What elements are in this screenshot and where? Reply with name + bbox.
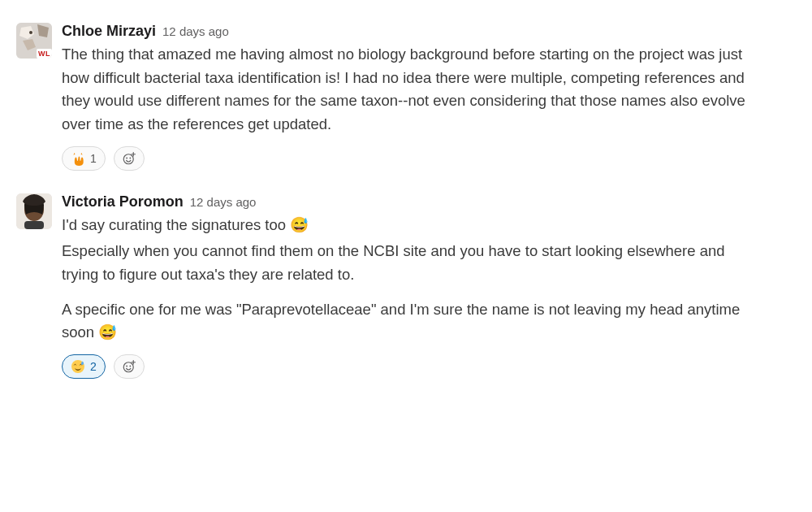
svg-rect-7 <box>24 221 44 229</box>
message-paragraph: Especially when you cannot find them on … <box>62 240 763 286</box>
reaction-count: 2 <box>90 360 97 373</box>
svg-point-4 <box>129 157 131 158</box>
author-name[interactable]: Chloe Mirzayi <box>62 23 156 40</box>
message-content: Chloe Mirzayi 12 days ago The thing that… <box>62 23 796 171</box>
avatar[interactable]: WL <box>16 23 52 59</box>
reaction-raised-hands[interactable]: 1 <box>62 146 106 171</box>
paragraph-text: I'd say curating the signatures too 😅 <box>62 216 309 233</box>
svg-point-10 <box>126 366 127 367</box>
add-reaction-icon <box>122 359 136 374</box>
reactions-bar: 2 <box>62 354 763 379</box>
svg-point-3 <box>126 157 127 158</box>
raised-hands-icon <box>71 151 85 166</box>
message-body: I'd say curating the signatures too 😅 Es… <box>62 214 763 345</box>
avatar-image <box>16 193 52 229</box>
message-paragraph: The thing that amazed me having almost n… <box>62 43 763 137</box>
reactions-bar: 1 <box>62 146 763 171</box>
avatar[interactable] <box>16 193 52 229</box>
add-reaction-icon <box>122 151 136 166</box>
message-content: Victoria Poromon 12 days ago I'd say cur… <box>62 193 796 379</box>
message: WL Chloe Mirzayi 12 days ago The thing t… <box>16 23 796 171</box>
message: Victoria Poromon 12 days ago I'd say cur… <box>16 193 796 379</box>
reaction-sweat-smile[interactable]: 2 <box>62 354 106 379</box>
paragraph-text: A specific one for me was "Paraprevotell… <box>62 301 740 341</box>
author-name[interactable]: Victoria Poromon <box>62 193 184 210</box>
sweat-smile-icon <box>71 359 85 374</box>
message-paragraph: I'd say curating the signatures too 😅 <box>62 214 763 237</box>
avatar-badge: WL <box>37 49 52 59</box>
message-header: Chloe Mirzayi 12 days ago <box>62 23 763 40</box>
message-body: The thing that amazed me having almost n… <box>62 43 763 137</box>
add-reaction-button[interactable] <box>114 146 145 171</box>
svg-point-1 <box>29 31 32 34</box>
message-timestamp[interactable]: 12 days ago <box>190 195 257 209</box>
message-paragraph: A specific one for me was "Paraprevotell… <box>62 298 763 345</box>
message-header: Victoria Poromon 12 days ago <box>62 193 763 210</box>
add-reaction-button[interactable] <box>114 354 145 379</box>
message-timestamp[interactable]: 12 days ago <box>162 24 229 38</box>
reaction-count: 1 <box>90 152 97 165</box>
svg-point-11 <box>129 366 131 367</box>
svg-point-9 <box>123 362 133 372</box>
svg-point-2 <box>123 154 133 163</box>
